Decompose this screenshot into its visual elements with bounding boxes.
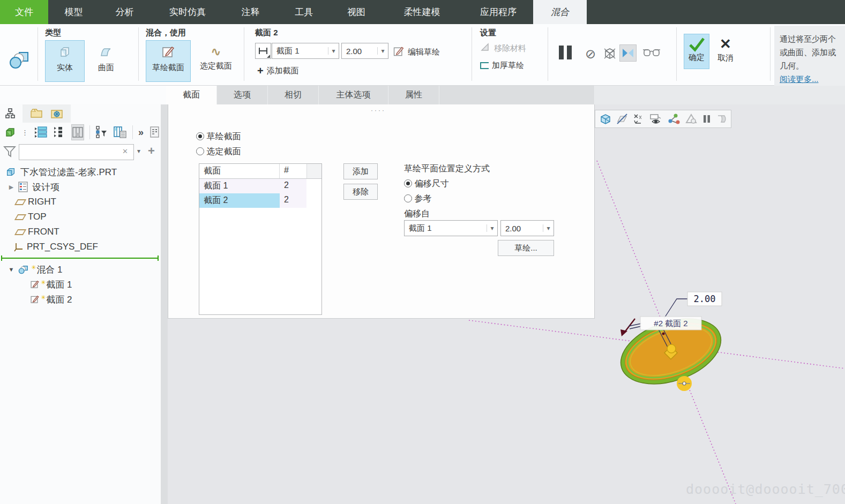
offset-dimension-label[interactable]: 2.00 [687, 292, 722, 306]
collapse-list-icon[interactable] [53, 126, 66, 139]
add-button[interactable]: 添加 [343, 163, 378, 179]
tab-live-simulation[interactable]: 实时仿真 [150, 0, 225, 24]
subtab-body-options[interactable]: 主体选项 [319, 86, 388, 104]
radio-sketched-sections[interactable]: 草绘截面 [196, 131, 241, 142]
folder-browser-icon[interactable] [30, 108, 43, 119]
clear-search-icon[interactable]: ✕ [122, 147, 128, 155]
tab-model[interactable]: 模型 [48, 0, 99, 24]
datum-display-filters-icon[interactable] [633, 112, 645, 125]
table-row[interactable]: 截面 1 2 [199, 179, 321, 193]
tab-blend-active[interactable]: 混合 [533, 0, 587, 24]
dragger-display-icon[interactable] [716, 112, 728, 125]
saved-orientations-icon[interactable] [600, 112, 611, 125]
overflow-chevrons[interactable]: » [138, 127, 144, 138]
offset-value-dropdown[interactable]: 2.00 ▾ [341, 43, 388, 59]
filter-funnel-icon[interactable] [3, 145, 16, 158]
subtab-options[interactable]: 选项 [217, 86, 268, 104]
expand-list-icon[interactable] [34, 126, 48, 139]
glasses-icon[interactable] [642, 48, 661, 61]
tree-item-blend1[interactable]: ▼ ✳ 混合 1 [0, 262, 161, 277]
expander-collapsed-icon[interactable]: ▶ [8, 184, 15, 191]
tab-file[interactable]: 文件 [0, 0, 48, 24]
subtab-sections[interactable]: 截面 [166, 86, 217, 104]
settings-document-icon[interactable] [149, 126, 161, 139]
tree-item-csys[interactable]: PRT_CSYS_DEF [0, 239, 161, 254]
datum-plane-icon [14, 214, 26, 220]
spin-center-icon[interactable] [685, 112, 698, 125]
sketch-button[interactable]: 草绘... [498, 240, 554, 256]
edit-sketch-button[interactable]: 编辑草绘 [393, 46, 440, 59]
solid-button[interactable]: 实体 [45, 40, 85, 82]
attached-preview-button[interactable] [619, 44, 637, 62]
graphics-area[interactable]: #2 截面 2 2.00 dooooit@dooooit_7000005 [168, 104, 845, 504]
panel-drag-handle[interactable]: ···· [371, 107, 386, 114]
add-section-button[interactable]: + 添加截面 [257, 65, 299, 77]
search-options-caret[interactable]: ▾ [137, 147, 140, 155]
radio-selected-sections[interactable]: 选定截面 [196, 146, 241, 157]
radio-reference[interactable]: 参考 [404, 193, 431, 205]
offset-dimension-icon-button[interactable] [255, 43, 271, 59]
expander-expanded-icon[interactable]: ▼ [8, 266, 15, 273]
radio-offset-dimension[interactable]: 偏移尺寸 [404, 178, 448, 190]
annotation-display-icon[interactable] [649, 112, 662, 125]
tab-annotate[interactable]: 注释 [225, 0, 276, 24]
cancel-label: 取消 [717, 53, 734, 63]
tree-item-section2[interactable]: ✳ 截面 2 [0, 292, 161, 307]
help-line: 几何。 [780, 59, 845, 72]
section-tag-label[interactable]: #2 截面 2 [640, 317, 701, 330]
col-count: # [280, 164, 306, 178]
add-filter-icon[interactable]: + [148, 144, 155, 158]
tree-filter-icon[interactable] [95, 126, 108, 139]
tree-item-design-items[interactable]: ▶ 设计项 [0, 179, 161, 194]
sketched-sections-button[interactable]: 草绘截面 [146, 40, 191, 82]
offset-value-dropdown[interactable]: 2.00 ▾ [500, 220, 554, 236]
csys-display-icon[interactable] [667, 112, 680, 125]
pause-icon[interactable] [702, 112, 711, 125]
freeze-column-button[interactable] [71, 124, 84, 140]
ok-button[interactable]: 确定 [684, 34, 709, 69]
tree-item-section1[interactable]: ✳ 截面 1 [0, 277, 161, 292]
tree-item-front-plane[interactable]: FRONT [0, 224, 161, 239]
table-row-selected[interactable]: 截面 2 2 [199, 193, 321, 208]
insert-here-locator[interactable] [0, 254, 161, 262]
help-line: 或曲面、添加或 [780, 46, 845, 59]
thicken-sketch-button[interactable]: 加厚草绘 [480, 61, 524, 71]
chevron-down-icon: ▾ [543, 224, 554, 232]
tab-tools[interactable]: 工具 [276, 0, 332, 24]
remove-material-button[interactable]: 移除材料 [480, 42, 526, 55]
tab-flexible-modeling[interactable]: 柔性建模 [380, 0, 463, 24]
selected-sections-button[interactable]: ∿ 选定截面 [192, 40, 240, 82]
cancel-button[interactable]: ✕ 取消 [713, 34, 738, 69]
part-display-icon[interactable] [4, 126, 16, 138]
read-more-link[interactable]: 阅读更多... [780, 72, 845, 86]
tab-analysis[interactable]: 分析 [99, 0, 150, 24]
pause-button[interactable] [557, 46, 573, 62]
datum-plane-display-icon[interactable] [616, 112, 628, 125]
tab-view[interactable]: 视图 [332, 0, 380, 24]
subtab-properties[interactable]: 属性 [388, 86, 439, 104]
favorites-folder-icon[interactable] [50, 108, 63, 119]
no-preview-icon[interactable]: ⊘ [585, 47, 596, 62]
table-scrollbar[interactable] [306, 164, 321, 178]
model-tree-icon[interactable] [5, 108, 15, 119]
remove-button[interactable]: 移除 [343, 184, 378, 200]
start-point-handle[interactable] [677, 376, 692, 391]
surface-button[interactable]: 曲面 [86, 40, 126, 82]
squiggle-icon: ∿ [211, 45, 221, 59]
edit-sketch-label: 编辑草绘 [408, 47, 440, 57]
tree-item-part[interactable]: 下水管过滤盖-老家.PRT [0, 164, 161, 179]
tree-columns-icon[interactable] [113, 126, 127, 139]
offset-from-dropdown[interactable]: 截面 1 ▾ [404, 220, 498, 236]
tree-item-label: 混合 1 [36, 264, 62, 276]
tree-item-right-plane[interactable]: RIGHT [0, 194, 161, 209]
unattached-preview-icon[interactable] [602, 47, 617, 63]
design-items-icon [18, 182, 28, 192]
sections-table[interactable]: 截面 # 截面 1 2 截面 2 2 [199, 163, 322, 315]
tab-applications[interactable]: 应用程序 [463, 0, 533, 24]
panel-divider[interactable] [161, 104, 168, 504]
subtab-tangency[interactable]: 相切 [268, 86, 319, 104]
section-select-dropdown[interactable]: 截面 1 ▾ [272, 43, 339, 59]
tree-item-top-plane[interactable]: TOP [0, 209, 161, 224]
tree-search-input[interactable] [19, 144, 134, 160]
tree-item-label: 截面 2 [46, 294, 72, 306]
